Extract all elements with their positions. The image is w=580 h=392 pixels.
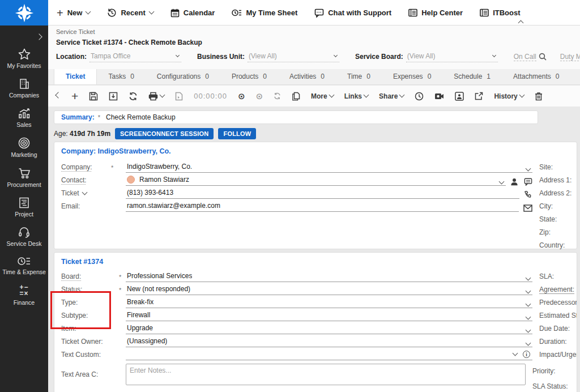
sidebar-item-my-favorites[interactable]: My Favorites [0, 48, 48, 70]
text-custom-select[interactable]: i [126, 351, 532, 360]
math-symbols-icon: +−=× [19, 284, 28, 297]
menu-calendar[interactable]: Calendar [170, 8, 215, 18]
phone-type-dropdown[interactable]: Ticket [61, 189, 111, 199]
menu-new[interactable]: + New [57, 7, 90, 19]
search-icon[interactable] [539, 53, 547, 61]
add-button[interactable]: + [71, 90, 78, 102]
subtype-select[interactable]: Firewall [126, 311, 532, 321]
collapse-menu-button[interactable] [519, 17, 523, 27]
estimated-start-label: Estimated St [539, 312, 577, 321]
timer-refresh-button[interactable] [274, 92, 281, 100]
tab-activities[interactable]: Activities0 [278, 69, 336, 84]
clock-button[interactable] [415, 92, 424, 101]
tab-time[interactable]: Time0 [336, 69, 382, 84]
impact-urgency-label: Impact/Urgen [539, 351, 577, 360]
open-external-button[interactable] [475, 92, 483, 100]
agreement-label[interactable]: Agreement: [539, 286, 577, 295]
sidebar-item-marketing[interactable]: Marketing [0, 137, 48, 159]
contact-camera-button[interactable] [455, 92, 464, 101]
summary-input[interactable]: Check Remote Backup [106, 113, 176, 121]
chevron-right-icon [36, 33, 42, 40]
links-dropdown[interactable]: Links [344, 92, 368, 100]
top-menu: + New Recent Calendar [57, 0, 521, 25]
age-row: Age: 419d 7h 19m SCREENCONNECT SESSION F… [54, 128, 256, 139]
country-label: Country: [539, 241, 577, 251]
record-button[interactable]: ⊙ [238, 92, 245, 100]
sidebar-item-service-desk[interactable]: Service Desk [0, 227, 48, 248]
headset-icon [18, 227, 30, 238]
sidebar-item-project[interactable]: Project [0, 197, 48, 218]
timer-doc-icon [175, 92, 183, 101]
company-select[interactable]: IndigoStrawberry, Co. [126, 163, 532, 173]
due-date-label: Due Date: [539, 325, 577, 334]
location-select[interactable]: Tampa Office [89, 51, 181, 62]
type-select[interactable]: Break-fix [126, 298, 532, 308]
print-button[interactable] [148, 92, 164, 101]
tab-tasks[interactable]: Tasks0 [97, 69, 145, 84]
status-select[interactable]: New (not responded) [126, 285, 532, 295]
service-board-label: Service Board: [355, 53, 403, 61]
printer-icon [148, 92, 158, 101]
sidebar-item-time-expense[interactable]: Time & Expense [0, 256, 48, 276]
sidebar-item-finance[interactable]: +−=× Finance [0, 284, 48, 306]
follow-button[interactable]: FOLLOW [218, 128, 256, 139]
save-button[interactable] [89, 92, 98, 101]
age-label: Age: [54, 130, 68, 138]
priority-label: Priority: [532, 367, 570, 377]
email-label: Email: [61, 202, 111, 212]
info-icon[interactable]: i [523, 351, 530, 358]
tab-schedule[interactable]: Schedule1 [442, 69, 502, 84]
chevron-down-icon [526, 288, 531, 294]
tab-expenses[interactable]: Expenses0 [382, 69, 442, 84]
screenconnect-session-button[interactable]: SCREENCONNECT SESSION [115, 128, 214, 139]
contact-select[interactable]: Ramon Stawiarz [126, 176, 506, 186]
tab-open-tickets[interactable]: Open Tickets13 [570, 69, 580, 84]
contact-person-icon[interactable] [510, 178, 518, 186]
tab-ticket[interactable]: Ticket [54, 69, 97, 84]
business-unit-select[interactable]: (View All) [248, 51, 339, 62]
sidebar-item-procurement[interactable]: Procurement [0, 168, 48, 189]
share-dropdown[interactable]: Share [379, 92, 404, 100]
history-dropdown[interactable]: History [494, 92, 523, 100]
email-envelope-icon[interactable] [523, 204, 532, 212]
more-dropdown[interactable]: More [311, 92, 334, 100]
menu-recent-label: Recent [121, 8, 145, 17]
sidebar-item-companies[interactable]: Companies [0, 78, 48, 99]
menu-recent[interactable]: Recent [107, 8, 153, 18]
item-select[interactable]: Upgrade [126, 324, 532, 334]
delete-button[interactable] [535, 92, 543, 101]
sidebar-expand-button[interactable] [37, 31, 41, 41]
ticket-panel-header: Ticket #1374 [54, 253, 577, 266]
menu-chat-with-support[interactable]: Chat with Support [314, 8, 391, 18]
sidebar-item-sales[interactable]: Sales [0, 108, 48, 129]
tab-configurations[interactable]: Configurations0 [146, 69, 220, 84]
menu-help-center[interactable]: Help Center [408, 8, 463, 17]
refresh-button[interactable] [129, 92, 138, 101]
menu-my-time-sheet[interactable]: My Time Sheet [232, 8, 297, 17]
phone-input[interactable]: (813) 393-6413 [126, 189, 519, 199]
duty-mgr-link[interactable]: Duty Mgr [560, 53, 580, 61]
ticket-owner-select[interactable]: (Unassigned) [126, 337, 532, 347]
text-area-c-input[interactable] [126, 364, 526, 385]
video-button[interactable] [434, 92, 444, 100]
save-icon [89, 92, 98, 101]
board-field-row: Board: * Professional Services SLA: [54, 270, 577, 282]
clock-icon [415, 92, 424, 101]
tab-products[interactable]: Products0 [220, 69, 278, 84]
email-input[interactable]: ramon.stawiarz@example.com [126, 202, 519, 212]
record-secondary-button[interactable]: ⊙ [255, 92, 263, 100]
copy-button[interactable] [292, 92, 300, 101]
phone-icon[interactable] [524, 190, 532, 199]
chevron-down-icon [526, 166, 531, 172]
back-button[interactable] [56, 95, 61, 97]
menu-itboost[interactable]: ITBoost [480, 8, 520, 17]
connectwise-logo[interactable] [0, 0, 48, 25]
board-select[interactable]: Professional Services [126, 272, 532, 282]
tab-attachments[interactable]: Attachments0 [502, 69, 570, 84]
save-and-close-button[interactable] [109, 92, 118, 101]
service-board-select[interactable]: (View All) [406, 51, 498, 62]
on-call-link[interactable]: On Call [514, 53, 536, 61]
header-filters: Location: Tampa Office Business Unit: (V… [56, 51, 580, 62]
start-timer-doc-button[interactable] [175, 92, 183, 101]
message-icon[interactable] [524, 178, 532, 186]
